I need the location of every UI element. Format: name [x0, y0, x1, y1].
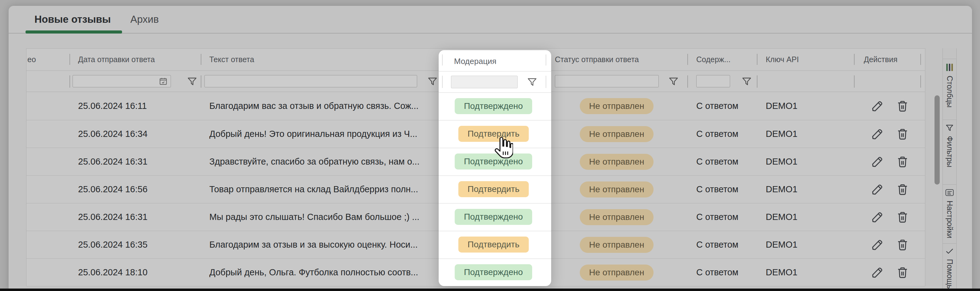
moderation-badge[interactable]: Подтвердить — [458, 237, 529, 253]
moderation-badge[interactable]: Подтверждено — [455, 264, 532, 280]
divider — [439, 92, 551, 93]
col-divider — [442, 76, 443, 88]
col-divider — [546, 76, 546, 88]
moderation-spotlight: Модерация Подтверждено Подтвердить Подтв… — [439, 50, 551, 286]
row-divider — [439, 120, 551, 121]
moderation-badge[interactable]: Подтвердить — [458, 181, 529, 197]
moderation-filter-input[interactable] — [451, 76, 518, 88]
row-divider — [439, 231, 551, 231]
row-divider — [439, 258, 551, 259]
moderation-filter-funnel-icon[interactable] — [527, 77, 537, 87]
row-divider — [439, 175, 551, 176]
col-moderation-header: Модерация — [454, 54, 496, 69]
row-divider — [439, 203, 551, 204]
screen: Новые отзывы Архив ео Дата отправки отве… — [0, 0, 980, 291]
moderation-badge[interactable]: Подтверждено — [455, 209, 532, 225]
col-divider — [442, 54, 443, 66]
col-divider — [546, 54, 546, 66]
divider — [439, 71, 551, 72]
hand-cursor — [493, 137, 513, 160]
moderation-badge[interactable]: Подтверждено — [455, 98, 532, 114]
